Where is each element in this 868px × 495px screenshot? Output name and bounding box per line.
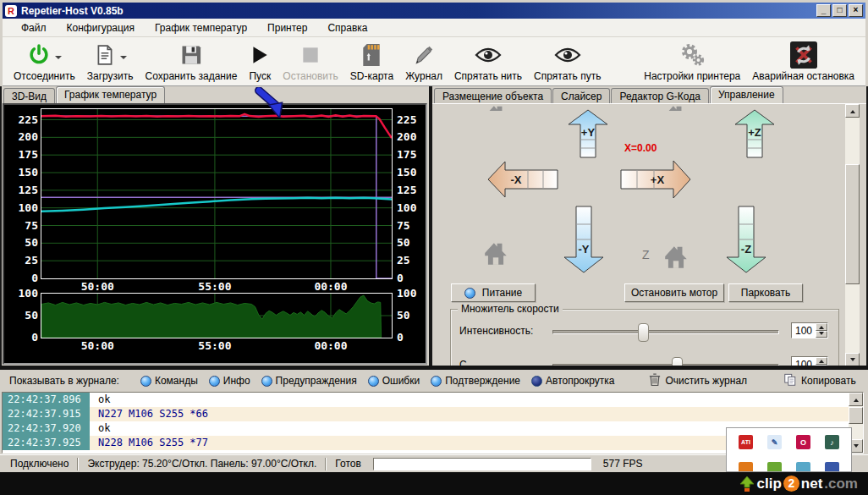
document-icon xyxy=(94,41,116,69)
tray-red-badge-icon[interactable]: O xyxy=(796,435,810,449)
toolbar-button-log[interactable]: Журнал xyxy=(399,41,448,85)
tray-icon-row xyxy=(739,462,839,472)
tray-orange-app-icon[interactable] xyxy=(739,462,753,472)
power-button[interactable]: Питание xyxy=(451,283,536,302)
toolbar-button-run[interactable]: Пуск xyxy=(243,41,277,85)
slider-thumb[interactable] xyxy=(638,323,649,342)
tray-icon-row: ATI✎O♪ xyxy=(739,435,839,449)
tray-paint-tool-icon[interactable]: ✎ xyxy=(767,435,782,449)
spin-up-button[interactable] xyxy=(816,357,827,365)
log-timestamp: 22:42:37.915 xyxy=(3,407,90,421)
button-label: Парковать xyxy=(741,287,790,299)
home-z-button[interactable] xyxy=(659,243,693,270)
toolbar-label: Остановить xyxy=(283,70,338,82)
maximize-button[interactable]: □ xyxy=(832,4,847,17)
toolbar-label: Сохранить задание xyxy=(146,70,238,82)
tray-music-note-icon[interactable]: ♪ xyxy=(825,435,839,449)
tray-green-app-icon[interactable] xyxy=(767,462,782,472)
panel-tab-object-placement[interactable]: Размещение объекта xyxy=(434,88,552,103)
log-toggle-info[interactable]: Инфо xyxy=(209,375,250,387)
toolbar-button-disconnect[interactable]: Отсоединить xyxy=(8,41,81,85)
menu-file[interactable]: Файл xyxy=(11,19,57,36)
y-tick-label: 25 xyxy=(397,255,427,267)
fps-counter: 577 FPS xyxy=(596,457,650,470)
value-spinner[interactable]: 100 xyxy=(791,322,828,338)
toolbar-button-save-job[interactable]: Сохранить задание xyxy=(140,41,244,85)
log-toggle-autoscroll[interactable]: Автопрокрутка xyxy=(531,375,614,387)
temperature-plot xyxy=(41,109,392,278)
y-tick-label: 0 xyxy=(397,332,427,344)
toolbar-label: Настройки принтера xyxy=(644,70,740,82)
log-toggle-commands[interactable]: Команды xyxy=(140,375,198,387)
slider-track[interactable] xyxy=(552,330,779,334)
dropdown-arrow-icon[interactable] xyxy=(55,56,62,63)
spin-down-button[interactable] xyxy=(816,331,827,338)
led-icon xyxy=(140,376,151,387)
tray-blue-app-icon[interactable] xyxy=(825,462,839,472)
svg-text:-Z: -Z xyxy=(741,243,751,256)
connection-status: Подключено xyxy=(3,457,75,470)
play-icon xyxy=(249,41,271,69)
scroll-down-button[interactable] xyxy=(845,353,860,366)
slider-thumb[interactable] xyxy=(672,357,683,366)
menu-printer[interactable]: Принтер xyxy=(257,19,317,36)
y-tick-label: 50 xyxy=(6,237,38,249)
copy-button[interactable]: Копировать xyxy=(783,373,856,389)
panel-tab-control[interactable]: Управление xyxy=(710,86,783,103)
log-toggle-ack[interactable]: Подтверждение xyxy=(431,375,520,387)
y-tick-label: 225 xyxy=(397,114,427,126)
wm-dotcom: .com xyxy=(824,476,858,492)
action-label: Очистить журнал xyxy=(665,375,747,387)
led-icon xyxy=(431,376,442,387)
minimize-button[interactable]: _ xyxy=(816,4,831,17)
copy-icon xyxy=(783,373,797,389)
toggle-label: Ошибки xyxy=(382,375,420,387)
jog-minus-z-button[interactable]: -Z xyxy=(726,206,766,273)
value-spinner[interactable]: 100 xyxy=(791,356,828,366)
panel-tab-slicer[interactable]: Слайсер xyxy=(552,88,610,103)
view-tab-3d-view[interactable]: 3D-Вид xyxy=(3,88,55,103)
jog-minus-y-button[interactable]: -Y xyxy=(563,206,604,273)
clear-log-button[interactable]: Очистить журнал xyxy=(649,372,747,389)
toolbar-button-hide-filament[interactable]: Спрятать нить xyxy=(448,41,528,85)
trash-icon xyxy=(649,372,661,389)
jog-plus-z-button[interactable]: +Z xyxy=(734,109,775,158)
upload-arrow-icon xyxy=(739,476,755,492)
jog-plus-x-button[interactable]: +X xyxy=(620,158,691,201)
jog-plus-y-button[interactable]: +Y xyxy=(568,109,608,158)
toolbar-button-load[interactable]: Загрузить xyxy=(81,41,140,85)
jog-minus-x-button[interactable]: -X xyxy=(487,160,558,199)
manual-control-panel: +Y+Z-X+X-Y-ZX=0.00ZПитаниеОстановить мот… xyxy=(432,103,866,366)
status-divider xyxy=(325,458,327,470)
estop-icon xyxy=(790,41,817,69)
log-toggle-errors[interactable]: Ошибки xyxy=(368,375,420,387)
eye-icon xyxy=(475,41,502,69)
toolbar-button-printer-settings[interactable]: Настройки принтера xyxy=(638,41,746,85)
panel-tab-gcode-editor[interactable]: Редактор G-Кода xyxy=(611,88,708,103)
menu-help[interactable]: Справка xyxy=(317,19,377,36)
menu-config[interactable]: Конфигурация xyxy=(57,19,146,36)
temperature-status: Экструдер: 75.20°C/Откл. Панель: 97.00°C… xyxy=(80,457,323,470)
scroll-thumb[interactable] xyxy=(849,407,863,424)
scroll-up-button[interactable] xyxy=(845,104,860,118)
scroll-thumb[interactable] xyxy=(845,164,860,284)
toolbar-button-sd-card[interactable]: SD-карта xyxy=(344,41,399,85)
spin-up-button[interactable] xyxy=(816,323,827,331)
park-button[interactable]: Парковать xyxy=(728,283,803,302)
scroll-up-button[interactable] xyxy=(849,393,863,406)
dropdown-arrow-icon[interactable] xyxy=(120,56,127,63)
home-xy-button[interactable] xyxy=(479,239,513,267)
close-button[interactable]: × xyxy=(849,4,863,17)
toolbar-button-emergency-stop[interactable]: Аварийная остановка xyxy=(746,41,860,85)
log-toggle-warnings[interactable]: Предупраждения xyxy=(261,375,357,387)
menu-temp-graph[interactable]: График температур xyxy=(145,19,257,36)
home-partial-2 xyxy=(658,103,692,111)
view-tab-temp-curve[interactable]: График температур xyxy=(56,86,165,103)
tray-cyan-app-icon[interactable] xyxy=(796,462,810,472)
control-scrollbar[interactable] xyxy=(845,104,860,366)
stop-motor-button[interactable]: Остановить мотор xyxy=(624,283,724,302)
log-row: 22:42:37.915N227 M106 S255 *66 xyxy=(3,407,863,421)
toolbar-button-hide-travel[interactable]: Спрятать путь xyxy=(528,41,607,85)
home-partial-1 xyxy=(479,103,513,111)
tray-ati-icon[interactable]: ATI xyxy=(739,435,753,449)
